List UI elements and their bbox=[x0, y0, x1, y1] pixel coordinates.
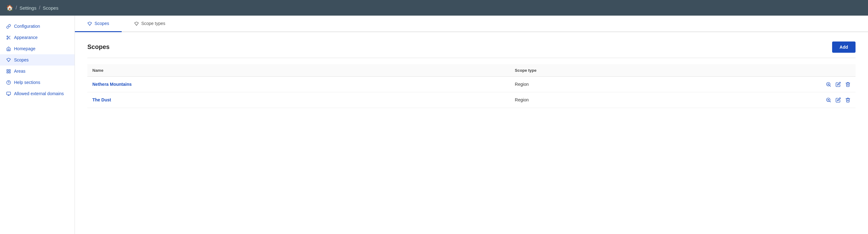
svg-line-4 bbox=[8, 37, 8, 37]
add-button[interactable]: Add bbox=[832, 41, 856, 53]
svg-rect-6 bbox=[9, 69, 10, 70]
tab-scope-types-label: Scope types bbox=[141, 21, 165, 26]
scissors-icon bbox=[6, 35, 11, 40]
zoom-icon[interactable] bbox=[826, 97, 831, 103]
sidebar-item-label: Areas bbox=[14, 69, 26, 74]
home-icon bbox=[6, 47, 11, 51]
svg-line-3 bbox=[9, 38, 10, 39]
main-content: Scopes Scope types Scopes Add N bbox=[75, 16, 868, 234]
tab-scopes-icon bbox=[87, 21, 92, 26]
page-header: Scopes Add bbox=[87, 41, 856, 58]
sidebar-item-label: Allowed external domains bbox=[14, 91, 64, 96]
delete-icon[interactable] bbox=[845, 82, 850, 87]
scope-name-cell: Nethera Mountains bbox=[87, 77, 510, 92]
sidebar-item-areas[interactable]: Areas bbox=[0, 65, 74, 77]
action-icons bbox=[707, 97, 850, 103]
svg-rect-5 bbox=[7, 69, 8, 70]
table-head: Name Scope type bbox=[87, 64, 856, 77]
content-area: Scopes Add Name Scope type Nethera Mount… bbox=[75, 32, 868, 117]
grid-icon bbox=[6, 69, 11, 74]
scope-actions-cell bbox=[702, 92, 856, 108]
col-scope-type: Scope type bbox=[510, 64, 702, 77]
sidebar-item-homepage[interactable]: Homepage bbox=[0, 43, 74, 54]
link-icon bbox=[6, 24, 11, 29]
breadcrumb-sep-1: / bbox=[16, 5, 17, 10]
help-icon bbox=[6, 80, 11, 85]
sidebar-item-configuration[interactable]: Configuration bbox=[0, 21, 74, 32]
table-header-row: Name Scope type bbox=[87, 64, 856, 77]
table-body: Nethera Mountains Region bbox=[87, 77, 856, 108]
col-actions bbox=[702, 64, 856, 77]
action-icons bbox=[707, 82, 850, 87]
svg-line-19 bbox=[830, 101, 831, 102]
page-title: Scopes bbox=[87, 43, 110, 51]
edit-icon[interactable] bbox=[836, 82, 841, 87]
sidebar-item-scopes[interactable]: Scopes bbox=[0, 54, 74, 65]
svg-rect-8 bbox=[7, 71, 8, 73]
home-icon[interactable]: 🏠 bbox=[6, 4, 13, 11]
breadcrumb-current: Scopes bbox=[43, 5, 58, 10]
scope-name-link[interactable]: The Dust bbox=[92, 97, 111, 103]
edit-icon[interactable] bbox=[836, 97, 841, 103]
scope-name-link[interactable]: Nethera Mountains bbox=[92, 82, 132, 87]
monitor-icon bbox=[6, 91, 11, 96]
sidebar-item-appearance[interactable]: Appearance bbox=[0, 32, 74, 43]
tab-scope-types-icon bbox=[134, 21, 139, 26]
tab-scopes[interactable]: Scopes bbox=[75, 16, 122, 32]
sidebar: Configuration Appearance Homepage bbox=[0, 16, 75, 234]
scope-type-cell: Region bbox=[510, 92, 702, 108]
scope-type-cell: Region bbox=[510, 77, 702, 92]
svg-line-15 bbox=[830, 85, 831, 86]
table-row: The Dust Region bbox=[87, 92, 856, 108]
diamond-icon bbox=[6, 58, 11, 62]
col-name: Name bbox=[87, 64, 510, 77]
main-layout: Configuration Appearance Homepage bbox=[0, 16, 868, 234]
delete-icon[interactable] bbox=[845, 97, 850, 103]
sidebar-item-label: Help sections bbox=[14, 80, 40, 85]
breadcrumb-sep-2: / bbox=[39, 5, 40, 10]
scopes-table: Name Scope type Nethera Mountains Region bbox=[87, 64, 856, 108]
sidebar-item-help-sections[interactable]: Help sections bbox=[0, 77, 74, 88]
sidebar-item-label: Configuration bbox=[14, 24, 40, 29]
tab-scope-types[interactable]: Scope types bbox=[122, 16, 178, 32]
svg-rect-7 bbox=[9, 71, 10, 73]
sidebar-item-label: Appearance bbox=[14, 35, 38, 40]
tabs-bar: Scopes Scope types bbox=[75, 16, 868, 32]
breadcrumb-settings[interactable]: Settings bbox=[19, 5, 36, 10]
table-row: Nethera Mountains Region bbox=[87, 77, 856, 92]
tab-scopes-label: Scopes bbox=[95, 21, 109, 26]
sidebar-item-label: Scopes bbox=[14, 57, 29, 62]
scope-name-cell: The Dust bbox=[87, 92, 510, 108]
scope-actions-cell bbox=[702, 77, 856, 92]
svg-rect-11 bbox=[6, 92, 10, 94]
sidebar-item-allowed-external-domains[interactable]: Allowed external domains bbox=[0, 88, 74, 99]
sidebar-item-label: Homepage bbox=[14, 46, 36, 51]
topbar: 🏠 / Settings / Scopes bbox=[0, 0, 868, 16]
zoom-icon[interactable] bbox=[826, 82, 831, 87]
